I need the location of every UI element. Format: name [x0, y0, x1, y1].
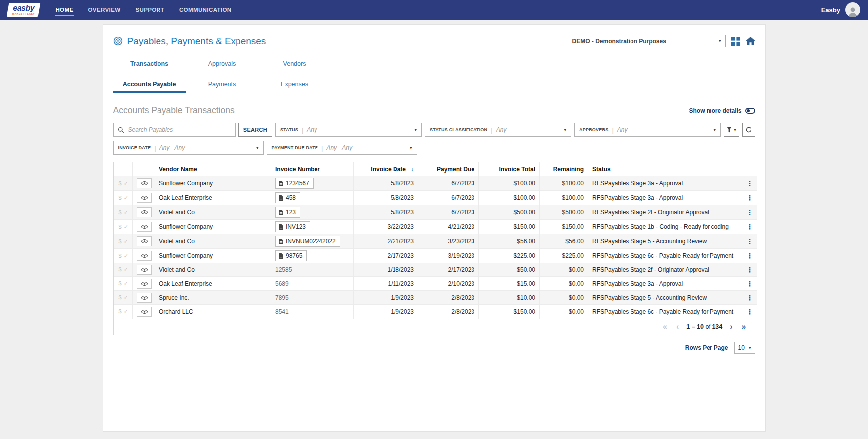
show-more-details-toggle[interactable]: Show more details [689, 107, 755, 114]
search-input[interactable] [127, 126, 231, 134]
invoice-number-text: INVNUM02242022 [286, 238, 336, 245]
row-menu-icon[interactable]: ⋮ [746, 266, 753, 274]
home-icon[interactable] [746, 37, 755, 45]
dollar-icon: $ [119, 253, 122, 259]
invoice-number-chip[interactable]: 123 [275, 207, 300, 218]
apps-grid-icon[interactable] [731, 37, 740, 46]
easby-logo[interactable]: easby MAKES IT EASY [7, 3, 41, 17]
check-icon: ✓ [124, 266, 128, 272]
eye-icon [141, 267, 148, 272]
payment-due-date-filter[interactable]: PAYMENT DUE DATE | Any - Any ▾ [267, 141, 417, 155]
nav-right: Easby [821, 2, 860, 17]
table-row[interactable]: $✓ Sunflower Company 98765 2/17/2 [114, 249, 757, 263]
status-classification-filter[interactable]: STATUS CLASSIFICATION | Any ▾ [425, 123, 571, 137]
prev-page-icon[interactable]: ‹ [672, 322, 683, 331]
invoice-number-chip[interactable]: 1234567 [275, 178, 314, 189]
nav-item-support[interactable]: SUPPORT [136, 4, 164, 16]
rows-per-page-selector[interactable]: 10 ▾ [734, 342, 755, 354]
row-menu-icon[interactable]: ⋮ [746, 308, 753, 316]
invoice-number-chip[interactable]: 98765 [275, 250, 307, 261]
view-details-button[interactable] [137, 178, 152, 188]
status: RFSPayables Stage 1b - Coding - Ready fo… [588, 220, 742, 234]
row-menu-icon[interactable]: ⋮ [746, 223, 753, 231]
next-page-icon[interactable]: › [725, 322, 737, 331]
remaining: $225.00 [540, 249, 588, 263]
view-details-button[interactable] [137, 265, 152, 275]
invoice-number-chip[interactable]: INVNUM02242022 [275, 236, 340, 247]
refresh-button[interactable] [742, 123, 755, 137]
view-details-button[interactable] [137, 193, 152, 203]
status: RFSPayables Stage 6c - Payable Ready for… [588, 305, 742, 319]
invoice-number-chip[interactable]: 458 [275, 192, 300, 203]
tab-payments[interactable]: Payments [186, 74, 258, 93]
tab-transactions[interactable]: Transactions [113, 55, 186, 74]
search-button[interactable]: SEARCH [238, 123, 272, 137]
invoice-number-chip[interactable]: INV123 [275, 221, 310, 232]
payment-due: 3/23/2023 [418, 234, 479, 249]
table-row[interactable]: $✓ Spruce Inc. 7895 1/9/2023 2/8/2023 $1… [114, 291, 757, 305]
header-remaining[interactable]: Remaining [540, 162, 588, 176]
user-avatar[interactable] [845, 2, 860, 17]
tab-accounts-payable[interactable]: Accounts Payable [113, 74, 186, 93]
header-payment-due[interactable]: Payment Due [418, 162, 479, 176]
invoice-date-filter-value: Any - Any [159, 144, 185, 151]
nav-item-home[interactable]: HOME [55, 4, 73, 16]
view-details-button[interactable] [137, 222, 152, 232]
row-menu-icon[interactable]: ⋮ [746, 252, 753, 260]
invoice-number-text: 123 [286, 209, 296, 216]
header-vendor-name[interactable]: Vendor Name [155, 162, 271, 176]
row-menu-icon[interactable]: ⋮ [746, 237, 753, 245]
row-flags: $✓ [114, 263, 133, 277]
vendor-name: Violet and Co [155, 205, 271, 220]
view-details-button[interactable] [137, 251, 152, 261]
nav-item-communication[interactable]: COMMUNICATION [179, 4, 232, 16]
header-status[interactable]: Status [588, 162, 742, 176]
invoice-total: $100.00 [479, 191, 540, 205]
view-details-button[interactable] [137, 307, 152, 317]
first-page-icon[interactable]: « [658, 322, 672, 331]
tab-approvals[interactable]: Approvals [186, 55, 258, 74]
filter-button[interactable]: ▾ [724, 123, 739, 137]
view-details-button[interactable] [137, 236, 152, 246]
row-menu-icon[interactable]: ⋮ [746, 294, 753, 302]
row-menu-icon[interactable]: ⋮ [746, 194, 753, 202]
check-icon: ✓ [124, 224, 128, 230]
table-row[interactable]: $✓ Violet and Co INVNUM02242022 2 [114, 234, 757, 249]
payment-due: 6/7/2023 [418, 176, 479, 191]
nav-item-overview[interactable]: OVERVIEW [88, 4, 121, 16]
table-row[interactable]: $✓ Violet and Co 12585 1/18/2023 2/17/20… [114, 263, 757, 277]
view-details-button[interactable] [137, 207, 152, 217]
approvers-filter[interactable]: APPROVERS | Any ▾ [574, 123, 721, 137]
view-details-button[interactable] [137, 293, 152, 303]
row-menu-icon[interactable]: ⋮ [746, 179, 753, 187]
row-menu-icon[interactable]: ⋮ [746, 208, 753, 216]
logo-subtext: MAKES IT EASY [12, 13, 35, 15]
table-row[interactable]: $✓ Violet and Co 123 5/8/2023 [114, 205, 757, 220]
status: RFSPayables Stage 5 - Accounting Review [588, 291, 742, 305]
header-invoice-date[interactable]: Invoice Date↓ [354, 162, 418, 176]
eye-icon [141, 281, 148, 286]
table-row[interactable]: $✓ Orchard LLC 8541 1/9/2023 2/8/2023 $1… [114, 305, 757, 319]
view-details-button[interactable] [137, 279, 152, 289]
status-filter[interactable]: STATUS | Any ▾ [275, 123, 422, 137]
header-invoice-total[interactable]: Invoice Total [479, 162, 540, 176]
company-selector[interactable]: DEMO - Demonstration Purposes ▾ [568, 35, 726, 47]
table-row[interactable]: $✓ Sunflower Company 1234567 5/8/ [114, 176, 757, 191]
funnel-icon [727, 127, 733, 133]
table-body: $✓ Sunflower Company 1234567 5/8/ [114, 176, 757, 319]
header-right: DEMO - Demonstration Purposes ▾ [568, 35, 755, 47]
header-invoice-number[interactable]: Invoice Number [271, 162, 354, 176]
tab-expenses[interactable]: Expenses [258, 74, 331, 93]
row-menu-icon[interactable]: ⋮ [746, 280, 753, 288]
table-row[interactable]: $✓ Oak Leaf Enterprise 458 5/8/20 [114, 191, 757, 205]
dollar-icon: $ [119, 266, 122, 272]
payment-due: 4/21/2023 [418, 220, 479, 234]
last-page-icon[interactable]: » [737, 322, 751, 331]
invoice-date-filter[interactable]: INVOICE DATE | Any - Any ▾ [113, 141, 264, 155]
invoice-date: 1/9/2023 [354, 291, 418, 305]
tab-vendors[interactable]: Vendors [258, 55, 331, 74]
vendor-name: Spruce Inc. [155, 291, 271, 305]
table-row[interactable]: $✓ Sunflower Company INV123 3/22/ [114, 220, 757, 234]
status: RFSPayables Stage 2f - Originator Approv… [588, 263, 742, 277]
table-row[interactable]: $✓ Oak Leaf Enterprise 5689 1/11/2023 2/… [114, 277, 757, 291]
